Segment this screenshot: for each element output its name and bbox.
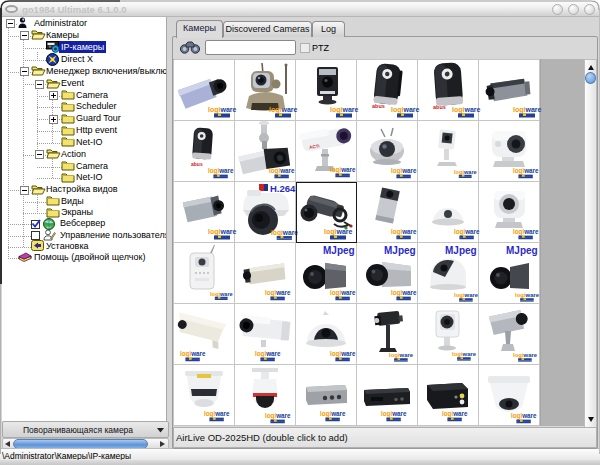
svg-text:H.264: H.264 bbox=[270, 183, 296, 194]
svg-text:logiware: logiware bbox=[208, 167, 234, 175]
svg-text:logiware: logiware bbox=[265, 289, 291, 297]
svg-text:logiware: logiware bbox=[513, 352, 538, 358]
svg-text:logiware: logiware bbox=[255, 350, 281, 358]
svg-text:logiware: logiware bbox=[330, 166, 356, 174]
svg-text:logiware: logiware bbox=[204, 410, 230, 418]
svg-text:logiware: logiware bbox=[515, 292, 540, 298]
svg-text:logiware: logiware bbox=[265, 412, 291, 420]
svg-text:logiware: logiware bbox=[330, 106, 359, 114]
svg-text:MJpeg: MJpeg bbox=[323, 245, 355, 256]
svg-text:logiware: logiware bbox=[391, 228, 417, 236]
svg-text:logiware: logiware bbox=[513, 106, 542, 114]
svg-text:logiware: logiware bbox=[208, 106, 237, 114]
svg-text:logiware: logiware bbox=[324, 228, 353, 236]
svg-text:logiware: logiware bbox=[330, 289, 356, 297]
svg-text:MJpeg: MJpeg bbox=[384, 245, 416, 256]
svg-text:logiware: logiware bbox=[391, 167, 417, 175]
svg-text:logiware: logiware bbox=[513, 167, 539, 175]
svg-text:MJpeg: MJpeg bbox=[506, 245, 538, 256]
svg-text:logiware: logiware bbox=[452, 106, 481, 114]
svg-text:logiware: logiware bbox=[454, 292, 479, 298]
svg-text:abus: abus bbox=[372, 103, 385, 109]
svg-text:abus: abus bbox=[191, 161, 203, 167]
svg-text:logiware: logiware bbox=[513, 228, 539, 236]
svg-text:logiware: logiware bbox=[210, 291, 233, 297]
svg-text:logiware: logiware bbox=[454, 169, 477, 175]
svg-text:logiware: logiware bbox=[454, 228, 480, 236]
svg-text:logiware: logiware bbox=[330, 350, 356, 358]
svg-text:logiware: logiware bbox=[452, 351, 477, 357]
svg-text:logiware: logiware bbox=[269, 167, 295, 175]
svg-text:MJpeg: MJpeg bbox=[445, 245, 477, 256]
svg-text:logiware: logiware bbox=[391, 289, 417, 297]
svg-text:logiware: logiware bbox=[269, 106, 298, 114]
svg-text:logiware: logiware bbox=[389, 352, 414, 358]
svg-text:logiware: logiware bbox=[442, 410, 468, 418]
svg-text:abus: abus bbox=[433, 104, 446, 110]
svg-text:logiware: logiware bbox=[391, 106, 420, 114]
svg-text:logiware: logiware bbox=[271, 229, 298, 237]
svg-text:logiware: logiware bbox=[180, 350, 206, 358]
svg-text:logiware: logiware bbox=[208, 228, 237, 236]
svg-text:logiware: logiware bbox=[381, 410, 407, 418]
svg-text:logiware: logiware bbox=[320, 410, 346, 418]
svg-text:logiware: logiware bbox=[511, 412, 537, 420]
